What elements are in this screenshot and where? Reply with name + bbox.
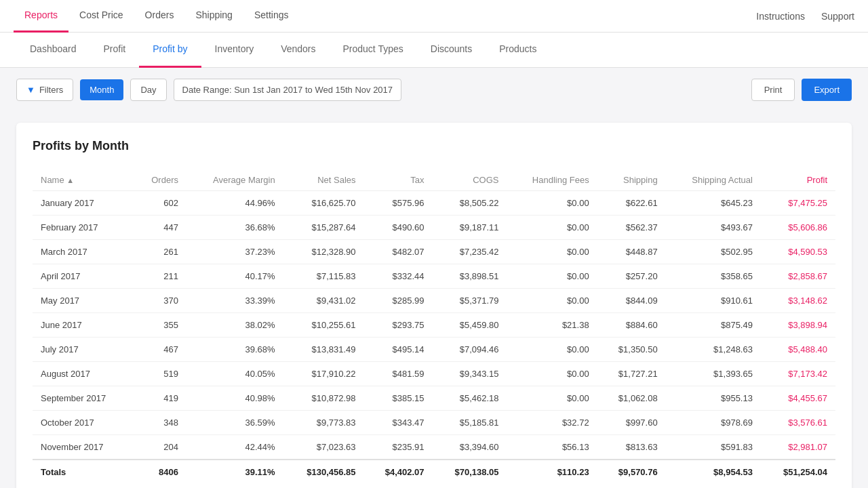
col-shipping[interactable]: Shipping — [597, 169, 666, 191]
col-handling-fees[interactable]: Handling Fees — [507, 169, 597, 191]
tab-dashboard[interactable]: Dashboard — [16, 33, 90, 68]
col-orders[interactable]: Orders — [133, 169, 186, 191]
table-row: August 201751940.05%$17,910.22$481.59$9,… — [33, 362, 835, 386]
tab-discounts[interactable]: Discounts — [417, 33, 486, 68]
table-row: July 201746739.68%$13,831.49$495.14$7,09… — [33, 338, 835, 362]
date-range-input[interactable]: Date Range: Sun 1st Jan 2017 to Wed 15th… — [174, 79, 402, 101]
col-cogs[interactable]: COGS — [433, 169, 507, 191]
totals-row: Totals840639.11%$130,456.85$4,402.07$70,… — [33, 460, 835, 484]
table-container: Profits by Month Name ▲ Orders Average M… — [16, 123, 852, 488]
sub-nav: Dashboard Profit Profit by Inventory Ven… — [0, 33, 868, 68]
top-nav: Reports Cost Price Orders Shipping Setti… — [0, 0, 868, 33]
sort-arrow-icon: ▲ — [66, 176, 74, 184]
nav-support[interactable]: Support — [821, 11, 854, 22]
col-net-sales[interactable]: Net Sales — [283, 169, 364, 191]
col-profit[interactable]: Profit — [761, 169, 835, 191]
col-avg-margin[interactable]: Average Margin — [186, 169, 283, 191]
top-nav-left: Reports Cost Price Orders Shipping Setti… — [14, 0, 756, 33]
table-row: November 201720442.44%$7,023.63$235.91$3… — [33, 435, 835, 460]
col-shipping-actual[interactable]: Shipping Actual — [666, 169, 761, 191]
top-nav-right: Instructions Support — [756, 11, 854, 22]
tab-product-types[interactable]: Product Types — [330, 33, 417, 68]
nav-instructions[interactable]: Instructions — [756, 11, 805, 22]
table-row: September 201741940.98%$10,872.98$385.15… — [33, 386, 835, 411]
filters-button[interactable]: ▼ Filters — [16, 79, 73, 101]
nav-item-cost-price[interactable]: Cost Price — [68, 0, 134, 33]
tab-profit[interactable]: Profit — [90, 33, 140, 68]
table-row: March 201726137.23%$12,328.90$482.07$7,2… — [33, 240, 835, 264]
tab-profit-by[interactable]: Profit by — [139, 33, 201, 68]
export-button[interactable]: Export — [802, 79, 852, 101]
table-row: April 201721140.17%$7,115.83$332.44$3,89… — [33, 264, 835, 289]
day-button[interactable]: Day — [130, 79, 166, 101]
table-header-row: Name ▲ Orders Average Margin Net Sales T… — [33, 169, 835, 191]
table-row: June 201735538.02%$10,255.61$293.75$5,45… — [33, 313, 835, 338]
col-tax[interactable]: Tax — [364, 169, 433, 191]
table-row: January 201760244.96%$16,625.70$575.96$8… — [33, 191, 835, 216]
col-name[interactable]: Name ▲ — [33, 169, 133, 191]
tab-products[interactable]: Products — [486, 33, 550, 68]
profits-table: Name ▲ Orders Average Margin Net Sales T… — [33, 169, 835, 484]
nav-item-settings[interactable]: Settings — [243, 0, 300, 33]
nav-item-orders[interactable]: Orders — [134, 0, 185, 33]
tab-inventory[interactable]: Inventory — [201, 33, 268, 68]
table-row: February 201744736.68%$15,287.64$490.60$… — [33, 216, 835, 240]
filter-icon: ▼ — [26, 85, 35, 95]
nav-item-shipping[interactable]: Shipping — [184, 0, 243, 33]
print-button[interactable]: Print — [751, 79, 795, 101]
table-row: October 201734836.59%$9,773.83$343.47$5,… — [33, 411, 835, 435]
toolbar-right: Print Export — [751, 79, 852, 101]
month-button[interactable]: Month — [80, 79, 123, 100]
toolbar: ▼ Filters Month Day Date Range: Sun 1st … — [0, 68, 868, 112]
table-title: Profits by Month — [33, 139, 835, 153]
tab-vendors[interactable]: Vendors — [267, 33, 329, 68]
nav-item-reports[interactable]: Reports — [14, 0, 68, 33]
table-row: May 201737033.39%$9,431.02$285.99$5,371.… — [33, 289, 835, 313]
